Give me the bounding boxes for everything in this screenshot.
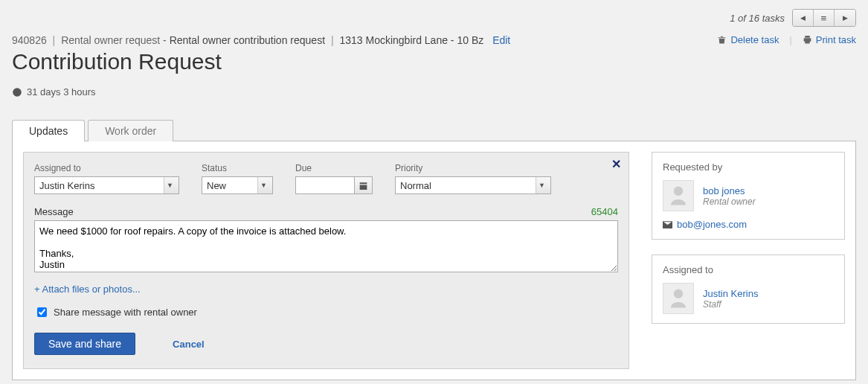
save-button[interactable]: Save and share: [34, 333, 135, 355]
tab-updates[interactable]: Updates: [12, 120, 85, 141]
chevron-down-icon: ▼: [539, 182, 545, 189]
avatar: [663, 283, 694, 314]
status-dropdown[interactable]: New ▼: [202, 176, 273, 194]
person-icon: [667, 287, 689, 310]
due-input[interactable]: [295, 176, 355, 194]
priority-dropdown[interactable]: Normal ▼: [395, 176, 551, 194]
task-count: 1 of 16 tasks: [730, 13, 785, 24]
message-textarea[interactable]: [34, 220, 618, 272]
chevron-right-icon: ▶: [843, 14, 848, 22]
share-label: Share message with rental owner: [54, 307, 197, 318]
assigned-to-value: Justin Kerins: [39, 180, 94, 191]
task-age: 31 days 3 hours: [27, 86, 96, 97]
trash-icon: [717, 35, 727, 45]
char-count: 65404: [591, 206, 618, 217]
page-title: Contribution Request: [12, 49, 510, 74]
task-subtype: Rental owner contribution request: [170, 34, 325, 46]
tab-work-order[interactable]: Work order: [88, 120, 173, 141]
share-checkbox[interactable]: [37, 307, 47, 317]
action-separator: |: [789, 34, 791, 45]
priority-value: Normal: [400, 180, 431, 191]
delete-task-link[interactable]: Delete task: [717, 34, 779, 45]
requested-by-email-link[interactable]: bob@jones.com: [663, 219, 834, 230]
print-task-label: Print task: [816, 34, 856, 45]
clock-icon: [12, 87, 22, 97]
requested-by-role: Rental owner: [703, 196, 756, 207]
requested-by-email: bob@jones.com: [677, 219, 747, 230]
cancel-link[interactable]: Cancel: [173, 339, 205, 350]
task-type: Rental owner request: [61, 34, 160, 46]
avatar: [663, 180, 694, 211]
assigned-to-role: Staff: [703, 299, 758, 310]
due-label: Due: [295, 163, 373, 173]
assigned-to-heading: Assigned to: [663, 264, 834, 275]
task-property: 1313 Mockingbird Lane - 10 Bz: [339, 34, 483, 46]
task-id: 940826: [12, 34, 47, 46]
next-task-button[interactable]: ▶: [835, 10, 855, 26]
chevron-left-icon: ◀: [800, 14, 806, 22]
requested-by-name[interactable]: bob jones: [703, 185, 756, 196]
delete-task-label: Delete task: [730, 34, 779, 45]
assigned-to-dropdown[interactable]: Justin Kerins ▼: [34, 176, 179, 194]
requested-by-card: Requested by bob jones Rental owner bob@…: [652, 152, 845, 240]
message-label: Message: [34, 206, 74, 217]
update-form: ✕ Assigned to Justin Kerins ▼ Status New…: [23, 152, 629, 369]
list-icon: ≡: [821, 13, 827, 24]
calendar-button[interactable]: [355, 176, 373, 194]
person-icon: [667, 185, 689, 207]
assigned-to-label: Assigned to: [34, 163, 179, 173]
assigned-to-card: Assigned to Justin Kerins Staff: [652, 255, 845, 324]
task-list-button[interactable]: ≡: [814, 10, 835, 26]
breadcrumb: 940826 | Rental owner request - Rental o…: [12, 34, 510, 46]
assigned-to-name[interactable]: Justin Kerins: [703, 288, 758, 299]
requested-by-heading: Requested by: [663, 161, 834, 173]
calendar-icon: [359, 181, 368, 191]
attach-files-link[interactable]: + Attach files or photos...: [34, 284, 141, 295]
status-label: Status: [202, 163, 273, 173]
chevron-down-icon: ▼: [260, 182, 267, 189]
chevron-down-icon: ▼: [167, 182, 173, 189]
print-task-link[interactable]: Print task: [803, 34, 856, 45]
close-icon[interactable]: ✕: [611, 157, 621, 171]
email-icon: [663, 221, 672, 228]
priority-label: Priority: [395, 163, 551, 173]
task-nav-group: ◀ ≡ ▶: [792, 9, 856, 27]
status-value: New: [207, 180, 226, 191]
edit-link[interactable]: Edit: [492, 34, 510, 46]
print-icon: [803, 35, 812, 45]
prev-task-button[interactable]: ◀: [793, 10, 814, 26]
